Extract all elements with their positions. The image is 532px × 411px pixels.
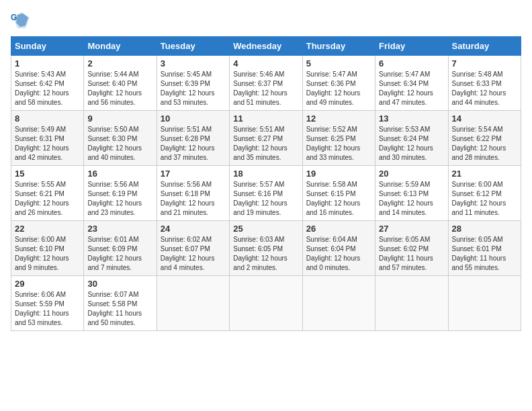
day-info: Sunrise: 5:59 AM Sunset: 6:13 PM Dayligh…: [379, 180, 444, 218]
day-info: Sunrise: 5:48 AM Sunset: 6:33 PM Dayligh…: [452, 70, 517, 107]
day-info: Sunrise: 5:47 AM Sunset: 6:36 PM Dayligh…: [306, 70, 371, 107]
table-row: 25Sunrise: 6:03 AM Sunset: 6:05 PM Dayli…: [230, 221, 302, 276]
calendar-week-row: 22Sunrise: 6:00 AM Sunset: 6:10 PM Dayli…: [11, 221, 521, 276]
day-info: Sunrise: 6:00 AM Sunset: 6:10 PM Dayligh…: [15, 235, 80, 273]
day-number: 24: [161, 224, 226, 234]
day-info: Sunrise: 5:55 AM Sunset: 6:21 PM Dayligh…: [15, 180, 80, 218]
col-wednesday: Wednesday: [230, 37, 302, 56]
day-number: 13: [379, 113, 444, 124]
table-row: 5Sunrise: 5:47 AM Sunset: 6:36 PM Daylig…: [302, 56, 375, 111]
day-info: Sunrise: 5:51 AM Sunset: 6:28 PM Dayligh…: [161, 125, 226, 163]
calendar-week-row: 15Sunrise: 5:55 AM Sunset: 6:21 PM Dayli…: [11, 166, 521, 221]
table-row: 17Sunrise: 5:56 AM Sunset: 6:18 PM Dayli…: [157, 166, 229, 221]
day-number: 26: [306, 224, 371, 234]
table-row: 6Sunrise: 5:47 AM Sunset: 6:34 PM Daylig…: [375, 56, 448, 111]
day-info: Sunrise: 5:46 AM Sunset: 6:37 PM Dayligh…: [233, 70, 298, 107]
table-row: 19Sunrise: 5:58 AM Sunset: 6:15 PM Dayli…: [302, 166, 375, 221]
day-info: Sunrise: 5:45 AM Sunset: 6:39 PM Dayligh…: [161, 70, 226, 107]
day-number: 28: [452, 224, 517, 234]
table-row: 26Sunrise: 6:04 AM Sunset: 6:04 PM Dayli…: [302, 221, 375, 276]
day-info: Sunrise: 5:58 AM Sunset: 6:15 PM Dayligh…: [306, 180, 371, 218]
table-row: [375, 276, 448, 331]
day-number: 12: [306, 113, 371, 124]
calendar-week-row: 29Sunrise: 6:06 AM Sunset: 5:59 PM Dayli…: [11, 276, 521, 331]
col-friday: Friday: [375, 37, 448, 56]
header: G: [11, 11, 521, 30]
day-number: 19: [306, 169, 371, 179]
day-info: Sunrise: 6:06 AM Sunset: 5:59 PM Dayligh…: [15, 290, 80, 328]
day-number: 21: [452, 169, 517, 179]
day-number: 9: [87, 113, 152, 124]
day-number: 22: [15, 224, 80, 234]
day-info: Sunrise: 5:57 AM Sunset: 6:16 PM Dayligh…: [233, 180, 298, 218]
col-saturday: Saturday: [448, 37, 521, 56]
day-number: 1: [15, 58, 80, 68]
table-row: 23Sunrise: 6:01 AM Sunset: 6:09 PM Dayli…: [84, 221, 157, 276]
day-number: 27: [379, 224, 444, 234]
day-number: 30: [87, 279, 152, 289]
day-info: Sunrise: 5:52 AM Sunset: 6:25 PM Dayligh…: [306, 125, 371, 163]
day-number: 16: [87, 169, 152, 179]
table-row: [230, 276, 302, 331]
col-tuesday: Tuesday: [157, 37, 229, 56]
day-number: 17: [161, 169, 226, 179]
table-row: 15Sunrise: 5:55 AM Sunset: 6:21 PM Dayli…: [11, 166, 84, 221]
day-info: Sunrise: 5:54 AM Sunset: 6:22 PM Dayligh…: [452, 125, 517, 163]
table-row: 29Sunrise: 6:06 AM Sunset: 5:59 PM Dayli…: [11, 276, 84, 331]
table-row: 12Sunrise: 5:52 AM Sunset: 6:25 PM Dayli…: [302, 111, 375, 166]
table-row: 14Sunrise: 5:54 AM Sunset: 6:22 PM Dayli…: [448, 111, 521, 166]
logo: G: [11, 11, 32, 30]
table-row: 20Sunrise: 5:59 AM Sunset: 6:13 PM Dayli…: [375, 166, 448, 221]
col-monday: Monday: [84, 37, 157, 56]
table-row: 1Sunrise: 5:43 AM Sunset: 6:42 PM Daylig…: [11, 56, 84, 111]
table-row: 10Sunrise: 5:51 AM Sunset: 6:28 PM Dayli…: [157, 111, 229, 166]
table-row: 2Sunrise: 5:44 AM Sunset: 6:40 PM Daylig…: [84, 56, 157, 111]
table-row: [302, 276, 375, 331]
col-sunday: Sunday: [11, 37, 84, 56]
col-thursday: Thursday: [302, 37, 375, 56]
table-row: 30Sunrise: 6:07 AM Sunset: 5:58 PM Dayli…: [84, 276, 157, 331]
day-number: 6: [379, 58, 444, 68]
page-container: G Sunday Monday Tuesday Wednesday Thursd…: [0, 0, 532, 336]
table-row: 16Sunrise: 5:56 AM Sunset: 6:19 PM Dayli…: [84, 166, 157, 221]
logo-icon: G: [11, 11, 30, 30]
day-info: Sunrise: 6:01 AM Sunset: 6:09 PM Dayligh…: [87, 235, 152, 273]
calendar-body: 1Sunrise: 5:43 AM Sunset: 6:42 PM Daylig…: [11, 56, 521, 331]
table-row: 11Sunrise: 5:51 AM Sunset: 6:27 PM Dayli…: [230, 111, 302, 166]
table-row: 4Sunrise: 5:46 AM Sunset: 6:37 PM Daylig…: [230, 56, 302, 111]
day-info: Sunrise: 5:51 AM Sunset: 6:27 PM Dayligh…: [233, 125, 298, 163]
table-row: 13Sunrise: 5:53 AM Sunset: 6:24 PM Dayli…: [375, 111, 448, 166]
table-row: 28Sunrise: 6:05 AM Sunset: 6:01 PM Dayli…: [448, 221, 521, 276]
calendar-week-row: 1Sunrise: 5:43 AM Sunset: 6:42 PM Daylig…: [11, 56, 521, 111]
day-number: 2: [87, 58, 152, 68]
table-row: 9Sunrise: 5:50 AM Sunset: 6:30 PM Daylig…: [84, 111, 157, 166]
calendar-week-row: 8Sunrise: 5:49 AM Sunset: 6:31 PM Daylig…: [11, 111, 521, 166]
day-number: 18: [233, 169, 298, 179]
day-number: 11: [233, 113, 298, 124]
table-row: 27Sunrise: 6:05 AM Sunset: 6:02 PM Dayli…: [375, 221, 448, 276]
day-number: 15: [15, 169, 80, 179]
table-row: 8Sunrise: 5:49 AM Sunset: 6:31 PM Daylig…: [11, 111, 84, 166]
day-info: Sunrise: 5:47 AM Sunset: 6:34 PM Dayligh…: [379, 70, 444, 107]
day-number: 8: [15, 113, 80, 124]
table-row: 7Sunrise: 5:48 AM Sunset: 6:33 PM Daylig…: [448, 56, 521, 111]
day-number: 10: [161, 113, 226, 124]
day-info: Sunrise: 5:44 AM Sunset: 6:40 PM Dayligh…: [87, 70, 152, 107]
day-number: 3: [161, 58, 226, 68]
day-info: Sunrise: 6:02 AM Sunset: 6:07 PM Dayligh…: [161, 235, 226, 273]
table-row: 3Sunrise: 5:45 AM Sunset: 6:39 PM Daylig…: [157, 56, 229, 111]
calendar-table: Sunday Monday Tuesday Wednesday Thursday…: [11, 36, 521, 331]
day-number: 29: [15, 279, 80, 289]
day-info: Sunrise: 6:03 AM Sunset: 6:05 PM Dayligh…: [233, 235, 298, 273]
table-row: [157, 276, 229, 331]
day-info: Sunrise: 5:56 AM Sunset: 6:19 PM Dayligh…: [87, 180, 152, 218]
table-row: 18Sunrise: 5:57 AM Sunset: 6:16 PM Dayli…: [230, 166, 302, 221]
day-number: 7: [452, 58, 517, 68]
day-info: Sunrise: 5:50 AM Sunset: 6:30 PM Dayligh…: [87, 125, 152, 163]
day-number: 14: [452, 113, 517, 124]
table-row: [448, 276, 521, 331]
day-info: Sunrise: 5:56 AM Sunset: 6:18 PM Dayligh…: [161, 180, 226, 218]
day-info: Sunrise: 6:07 AM Sunset: 5:58 PM Dayligh…: [87, 290, 152, 328]
day-number: 5: [306, 58, 371, 68]
table-row: 21Sunrise: 6:00 AM Sunset: 6:12 PM Dayli…: [448, 166, 521, 221]
